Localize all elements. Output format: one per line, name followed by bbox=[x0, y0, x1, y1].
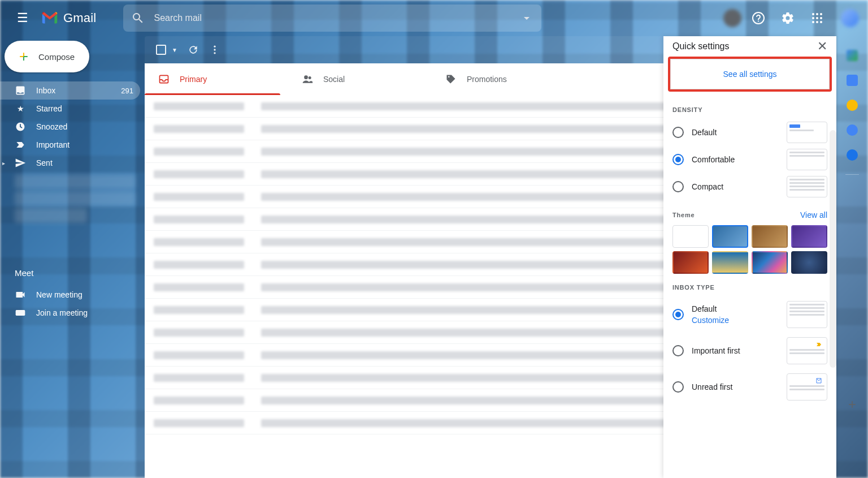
quick-settings-panel: Quick settings ✕ See all settings Densit… bbox=[663, 36, 836, 478]
see-all-settings-button[interactable]: See all settings bbox=[670, 59, 830, 89]
app-header: ☰ Gmail Search mail bbox=[0, 0, 868, 36]
theme-tile[interactable] bbox=[791, 251, 827, 274]
density-option-default[interactable]: Default bbox=[672, 119, 827, 146]
svg-point-3 bbox=[816, 13, 818, 15]
nav-label: Inbox bbox=[36, 86, 55, 95]
nav-sent[interactable]: ▸ Sent bbox=[0, 154, 140, 172]
meet-label: Join a meeting bbox=[36, 308, 88, 317]
settings-button[interactable] bbox=[775, 6, 800, 31]
radio-icon[interactable] bbox=[672, 127, 684, 138]
radio-icon[interactable] bbox=[672, 345, 684, 356]
inbox-preview-important bbox=[787, 337, 827, 364]
svg-point-18 bbox=[309, 76, 311, 79]
theme-tile[interactable] bbox=[712, 251, 748, 274]
main-menu-button[interactable]: ☰ bbox=[9, 5, 36, 32]
app-name: Gmail bbox=[63, 11, 96, 25]
gmail-logo[interactable]: Gmail bbox=[41, 11, 96, 25]
inbox-type-important-first[interactable]: Important first bbox=[672, 333, 827, 369]
compose-button[interactable]: Compose bbox=[5, 41, 89, 72]
quick-settings-title: Quick settings bbox=[672, 41, 729, 51]
nav-starred[interactable]: ★ Starred bbox=[0, 100, 140, 118]
density-heading: Density bbox=[672, 106, 827, 113]
nav-important[interactable]: Important bbox=[0, 136, 140, 154]
side-panel-rail: + bbox=[836, 36, 868, 478]
send-icon bbox=[15, 157, 26, 169]
expand-caret-icon[interactable]: ▸ bbox=[2, 160, 5, 166]
theme-tile[interactable] bbox=[672, 225, 709, 248]
tab-label: Social bbox=[323, 75, 345, 84]
theme-tile[interactable] bbox=[791, 225, 827, 248]
customize-link[interactable]: Customize bbox=[692, 316, 779, 325]
inbox-preview-default bbox=[787, 301, 827, 328]
sidebar: Compose Inbox 291 ★ Starred Snoozed Impo… bbox=[0, 36, 145, 478]
radio-icon[interactable] bbox=[672, 154, 684, 165]
tab-primary[interactable]: Primary bbox=[145, 63, 288, 95]
account-indicator[interactable] bbox=[723, 9, 741, 27]
radio-icon[interactable] bbox=[672, 181, 684, 192]
video-icon bbox=[15, 289, 26, 300]
tab-promotions[interactable]: Promotions bbox=[432, 63, 575, 95]
divider bbox=[845, 174, 859, 175]
nav-label: Snoozed bbox=[36, 122, 67, 131]
refresh-button[interactable] bbox=[188, 44, 199, 55]
star-icon: ★ bbox=[15, 103, 26, 114]
meet-section: Meet New meeting Join a meeting bbox=[0, 268, 145, 322]
density-option-comfortable[interactable]: Comfortable bbox=[672, 146, 827, 173]
people-icon bbox=[302, 74, 313, 85]
side-app-keep[interactable] bbox=[847, 100, 858, 111]
side-app-calendar[interactable] bbox=[847, 75, 858, 86]
svg-point-8 bbox=[812, 21, 814, 23]
search-icon bbox=[131, 11, 145, 25]
nav-snoozed[interactable]: Snoozed bbox=[0, 118, 140, 136]
theme-view-all-link[interactable]: View all bbox=[800, 210, 827, 219]
join-meeting-button[interactable]: Join a meeting bbox=[15, 304, 145, 322]
side-app-contacts[interactable] bbox=[847, 149, 858, 161]
add-side-app-button[interactable]: + bbox=[845, 397, 859, 410]
inbox-tab-icon bbox=[158, 74, 170, 85]
side-app-avatar[interactable] bbox=[847, 50, 858, 61]
theme-tile[interactable] bbox=[712, 225, 748, 248]
support-button[interactable] bbox=[746, 6, 771, 31]
radio-icon[interactable] bbox=[672, 309, 684, 320]
keyboard-icon bbox=[15, 307, 26, 318]
radio-icon[interactable] bbox=[672, 381, 684, 393]
account-avatar[interactable] bbox=[841, 9, 859, 27]
nav-label: Sent bbox=[36, 158, 53, 167]
more-button[interactable] bbox=[209, 44, 220, 55]
svg-point-1 bbox=[758, 21, 759, 22]
select-all-checkbox[interactable] bbox=[156, 45, 166, 55]
header-actions bbox=[723, 6, 859, 31]
nav-inbox[interactable]: Inbox 291 bbox=[0, 81, 140, 100]
svg-point-7 bbox=[820, 17, 822, 19]
theme-tile[interactable] bbox=[752, 225, 788, 248]
svg-point-14 bbox=[214, 49, 215, 50]
theme-header-row: Theme View all bbox=[672, 210, 827, 219]
inbox-type-unread-first[interactable]: Unread first bbox=[672, 369, 827, 405]
search-bar[interactable]: Search mail bbox=[123, 5, 541, 32]
redacted-label bbox=[15, 191, 136, 206]
quick-settings-body[interactable]: Density Default Comfortable Compact Them… bbox=[663, 96, 836, 478]
google-apps-button[interactable] bbox=[805, 6, 830, 31]
theme-tile[interactable] bbox=[752, 251, 788, 274]
svg-point-4 bbox=[820, 13, 822, 15]
new-meeting-button[interactable]: New meeting bbox=[15, 286, 145, 304]
density-option-compact[interactable]: Compact bbox=[672, 173, 827, 200]
close-button[interactable]: ✕ bbox=[817, 39, 827, 54]
svg-point-17 bbox=[304, 75, 308, 79]
side-app-tasks[interactable] bbox=[847, 124, 858, 136]
inbox-type-default[interactable]: Default Customize bbox=[672, 296, 827, 333]
scrollbar[interactable] bbox=[830, 130, 836, 368]
svg-point-9 bbox=[816, 21, 818, 23]
redacted-label bbox=[15, 208, 87, 223]
see-all-highlight: See all settings bbox=[668, 57, 832, 92]
mail-icon bbox=[814, 377, 823, 384]
search-options-dropdown[interactable] bbox=[520, 11, 533, 25]
tab-label: Primary bbox=[180, 75, 207, 84]
theme-heading: Theme bbox=[672, 212, 695, 218]
plus-icon bbox=[17, 50, 31, 63]
tab-social[interactable]: Social bbox=[288, 63, 432, 95]
theme-tile[interactable] bbox=[672, 251, 709, 274]
select-dropdown-caret[interactable]: ▼ bbox=[172, 47, 177, 53]
svg-point-15 bbox=[214, 52, 215, 54]
nav-label: Important bbox=[36, 140, 70, 149]
